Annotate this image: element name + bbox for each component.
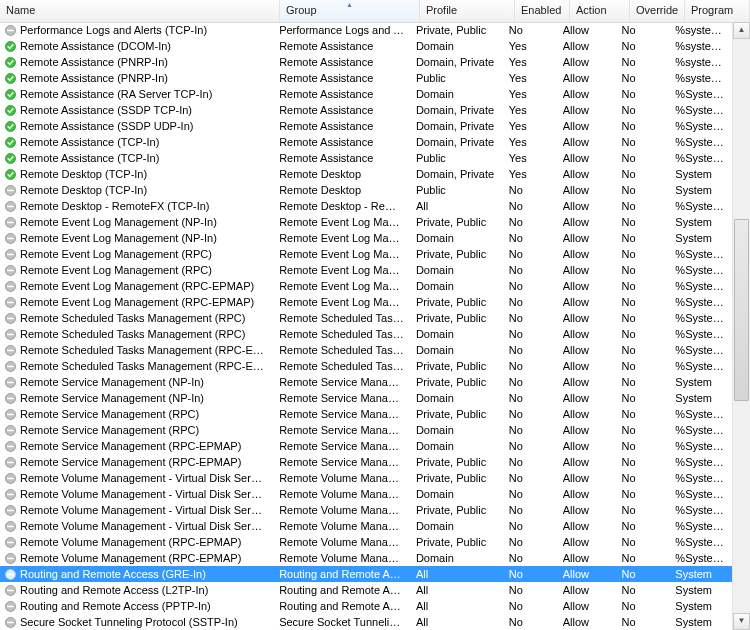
rule-disabled-icon: [4, 264, 17, 277]
rule-name-text: Routing and Remote Access (PPTP-In): [20, 598, 267, 614]
cell-group: Routing and Remote Access: [273, 582, 410, 598]
rule-name-text: Remote Event Log Management (RPC): [20, 246, 267, 262]
cell-override: No: [615, 294, 669, 310]
rule-row[interactable]: Remote Assistance (TCP-In)Remote Assista…: [0, 134, 733, 150]
cell-profile: Private, Public: [410, 294, 503, 310]
rule-row[interactable]: Remote Volume Management - Virtual Disk …: [0, 470, 733, 486]
rule-row[interactable]: Remote Volume Management - Virtual Disk …: [0, 518, 733, 534]
rule-name-text: Remote Volume Management (RPC-EPMAP): [20, 550, 267, 566]
cell-override: No: [615, 198, 669, 214]
header-group[interactable]: ▲ Group: [280, 0, 420, 22]
cell-override: No: [615, 454, 669, 470]
scroll-up-button[interactable]: ▲: [733, 22, 750, 39]
cell-profile: Domain: [410, 486, 503, 502]
rule-row[interactable]: Remote Volume Management (RPC-EPMAP)Remo…: [0, 534, 733, 550]
cell-override: No: [615, 310, 669, 326]
rule-disabled-icon: [4, 216, 17, 229]
scroll-track[interactable]: [733, 39, 750, 613]
cell-group: Remote Desktop: [273, 182, 410, 198]
rule-row[interactable]: Remote Assistance (PNRP-In)Remote Assist…: [0, 70, 733, 86]
cell-override: No: [615, 518, 669, 534]
rule-row[interactable]: Remote Desktop (TCP-In)Remote DesktopDom…: [0, 166, 733, 182]
header-override[interactable]: Override: [630, 0, 685, 22]
cell-group: Remote Assistance: [273, 38, 410, 54]
rule-disabled-icon: [4, 248, 17, 261]
cell-profile: Public: [410, 70, 503, 86]
rule-row[interactable]: Remote Scheduled Tasks Management (RPC)R…: [0, 326, 733, 342]
cell-program: %SystemRo: [669, 342, 733, 358]
cell-action: Allow: [557, 54, 616, 70]
rule-row[interactable]: Remote Volume Management - Virtual Disk …: [0, 486, 733, 502]
rule-enabled-icon: [4, 152, 17, 165]
rule-row[interactable]: Remote Service Management (RPC-EPMAP)Rem…: [0, 438, 733, 454]
vertical-scrollbar[interactable]: ▲ ▼: [732, 22, 750, 630]
scroll-down-button[interactable]: ▼: [733, 613, 750, 630]
cell-group: Remote Service Management: [273, 406, 410, 422]
rule-row[interactable]: Routing and Remote Access (PPTP-In)Routi…: [0, 598, 733, 614]
cell-name: Remote Service Management (RPC-EPMAP): [0, 438, 273, 454]
rule-row[interactable]: Remote Scheduled Tasks Management (RPC-E…: [0, 342, 733, 358]
rule-row[interactable]: Remote Event Log Management (NP-In)Remot…: [0, 214, 733, 230]
cell-enabled: Yes: [503, 38, 557, 54]
cell-action: Allow: [557, 118, 616, 134]
rule-row[interactable]: Remote Service Management (NP-In)Remote …: [0, 390, 733, 406]
rule-name-text: Remote Assistance (SSDP UDP-In): [20, 118, 267, 134]
rule-enabled-icon: [4, 40, 17, 53]
header-action[interactable]: Action: [570, 0, 630, 22]
rule-row[interactable]: Remote Assistance (RA Server TCP-In)Remo…: [0, 86, 733, 102]
header-enabled[interactable]: Enabled: [515, 0, 570, 22]
cell-override: No: [615, 358, 669, 374]
rule-row[interactable]: Remote Assistance (SSDP TCP-In)Remote As…: [0, 102, 733, 118]
rule-row[interactable]: Routing and Remote Access (L2TP-In)Routi…: [0, 582, 733, 598]
rule-row[interactable]: Remote Assistance (TCP-In)Remote Assista…: [0, 150, 733, 166]
cell-profile: Private, Public: [410, 358, 503, 374]
rule-row[interactable]: Remote Event Log Management (RPC-EPMAP)R…: [0, 278, 733, 294]
cell-action: Allow: [557, 470, 616, 486]
cell-group: Remote Scheduled Tasks M...: [273, 358, 410, 374]
rule-row[interactable]: Remote Service Management (RPC)Remote Se…: [0, 406, 733, 422]
cell-name: Remote Assistance (SSDP TCP-In): [0, 102, 273, 118]
rule-disabled-icon: [4, 376, 17, 389]
rule-row[interactable]: Remote Volume Management (RPC-EPMAP)Remo…: [0, 550, 733, 566]
rule-row[interactable]: Performance Logs and Alerts (TCP-In)Perf…: [0, 22, 733, 38]
cell-enabled: No: [503, 406, 557, 422]
rule-row[interactable]: Remote Event Log Management (RPC-EPMAP)R…: [0, 294, 733, 310]
rule-row[interactable]: Remote Scheduled Tasks Management (RPC)R…: [0, 310, 733, 326]
header-name[interactable]: Name: [0, 0, 280, 22]
rule-row[interactable]: Remote Assistance (SSDP UDP-In)Remote As…: [0, 118, 733, 134]
cell-profile: Domain: [410, 342, 503, 358]
cell-name: Remote Service Management (RPC): [0, 406, 273, 422]
rules-rows: Performance Logs and Alerts (TCP-In)Perf…: [0, 22, 733, 630]
rule-row[interactable]: Remote Assistance (PNRP-In)Remote Assist…: [0, 54, 733, 70]
rule-row[interactable]: Remote Event Log Management (RPC)Remote …: [0, 262, 733, 278]
rule-row[interactable]: Remote Service Management (RPC)Remote Se…: [0, 422, 733, 438]
cell-action: Allow: [557, 166, 616, 182]
cell-group: Routing and Remote Access: [273, 566, 410, 582]
rule-row[interactable]: Remote Volume Management - Virtual Disk …: [0, 502, 733, 518]
cell-override: No: [615, 278, 669, 294]
header-program[interactable]: Program: [685, 0, 750, 22]
header-profile[interactable]: Profile: [420, 0, 515, 22]
cell-action: Allow: [557, 374, 616, 390]
rule-row[interactable]: Remote Service Management (RPC-EPMAP)Rem…: [0, 454, 733, 470]
rule-row[interactable]: Remote Service Management (NP-In)Remote …: [0, 374, 733, 390]
cell-enabled: Yes: [503, 70, 557, 86]
cell-action: Allow: [557, 534, 616, 550]
rule-row[interactable]: Remote Desktop (TCP-In)Remote DesktopPub…: [0, 182, 733, 198]
sort-asc-icon: ▲: [346, 1, 353, 8]
rule-name-text: Remote Volume Management - Virtual Disk …: [20, 470, 267, 486]
rule-row[interactable]: Routing and Remote Access (GRE-In)Routin…: [0, 566, 733, 582]
cell-profile: Public: [410, 150, 503, 166]
scroll-thumb[interactable]: [734, 219, 749, 401]
cell-enabled: Yes: [503, 54, 557, 70]
cell-name: Remote Assistance (RA Server TCP-In): [0, 86, 273, 102]
rule-row[interactable]: Secure Socket Tunneling Protocol (SSTP-I…: [0, 614, 733, 630]
rule-row[interactable]: Remote Scheduled Tasks Management (RPC-E…: [0, 358, 733, 374]
rule-row[interactable]: Remote Event Log Management (NP-In)Remot…: [0, 230, 733, 246]
rule-row[interactable]: Remote Assistance (DCOM-In)Remote Assist…: [0, 38, 733, 54]
rule-row[interactable]: Remote Event Log Management (RPC)Remote …: [0, 246, 733, 262]
cell-action: Allow: [557, 70, 616, 86]
rule-row[interactable]: Remote Desktop - RemoteFX (TCP-In)Remote…: [0, 198, 733, 214]
cell-group: Remote Event Log Manage...: [273, 262, 410, 278]
cell-name: Remote Assistance (PNRP-In): [0, 70, 273, 86]
